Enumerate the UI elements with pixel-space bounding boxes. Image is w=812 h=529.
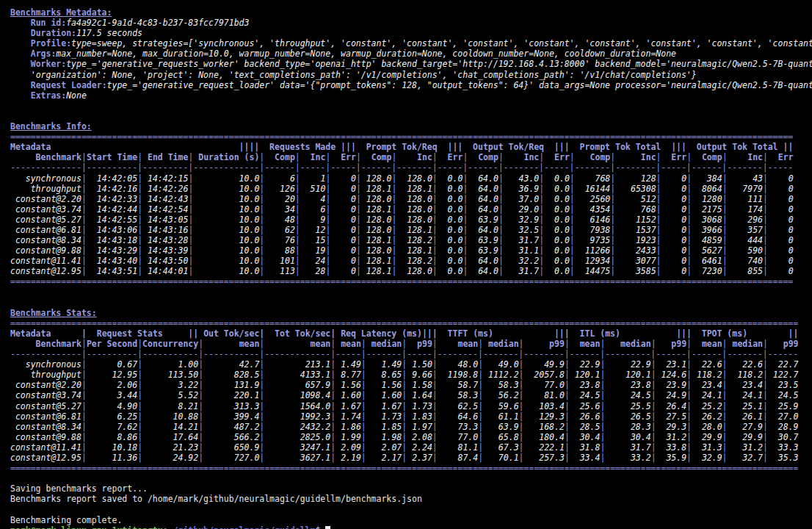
column-separator: |: [81, 215, 87, 225]
table-cell: 855: [728, 266, 763, 276]
table-cell: 11.36: [87, 453, 137, 463]
table-cell: 64.0: [468, 256, 499, 266]
table-cell: 31.3: [692, 442, 722, 453]
table-cell: 128.2: [396, 235, 432, 245]
table-cell: 122.7: [768, 370, 799, 380]
column-separator: |: [656, 173, 661, 184]
column-separator: |: [356, 245, 361, 256]
table-cell: 126: [264, 184, 295, 194]
table-cell: 0.0: [438, 215, 463, 225]
column-separator: |: [763, 390, 768, 400]
table-cell: 2.37: [407, 453, 432, 463]
table-cell: 0.0: [544, 194, 570, 204]
table-cell: constant@6.81: [10, 411, 81, 422]
metadata-line: Duration:117.5 seconds: [10, 28, 812, 38]
column-separator: |: [763, 256, 768, 266]
table-cell: constant@2.20: [10, 194, 81, 204]
table-cell: 0: [768, 225, 794, 235]
table-cell: 128.0: [396, 215, 432, 225]
table-cell: 65308: [615, 184, 656, 194]
column-separator: |: [432, 453, 438, 463]
table-cell: 1923: [615, 235, 656, 245]
table-cell: 0: [768, 235, 794, 245]
table-cell: 28.3: [605, 422, 650, 432]
table-cell: 22.7: [768, 359, 799, 370]
column-separator: |: [499, 173, 504, 184]
table-cell: 0.0: [438, 204, 463, 215]
table-row: synchronous| 14:42:05| 14:42:15| 10.0| 6…: [10, 173, 812, 184]
column-separator: |: [570, 152, 575, 162]
blank-line: [10, 111, 812, 121]
table-cell: 2.07: [366, 442, 402, 453]
column-separator: |: [763, 235, 768, 245]
column-separator: |: [722, 339, 728, 349]
column-separator: |: [722, 411, 728, 422]
table-cell: 4: [300, 194, 326, 204]
column-separator: |: [432, 225, 438, 235]
column-separator: |: [519, 442, 524, 453]
column-separator: |: [651, 390, 656, 400]
column-separator: |: [565, 339, 570, 349]
table-header-line: Benchmark|Start Time| End Time| Duration…: [10, 152, 812, 162]
column-separator: |: [499, 184, 504, 194]
table-cell: 65.8: [483, 432, 518, 442]
column-separator: |: [763, 184, 768, 194]
column-separator: |: [651, 432, 656, 442]
table-row: constant@5.27| 4.90| 8.21| 313.3| 1564.0…: [10, 401, 812, 411]
column-separator: |: [722, 390, 728, 400]
table-cell: synchronous: [10, 173, 81, 184]
table-cell: 14:42:05: [87, 173, 137, 184]
column-separator: |: [651, 339, 656, 349]
table-cell: 6461: [692, 256, 722, 266]
table-cell: 63.9: [468, 215, 499, 225]
table-cell: 17.64: [142, 432, 198, 442]
table-cell: 128.0: [361, 225, 392, 235]
header-separator: --------------|----------|-----------|--…: [10, 349, 798, 359]
column-separator: |: [432, 194, 438, 204]
blank-line: [10, 473, 812, 483]
table-cell: 24.92: [142, 453, 198, 463]
column-separator: |: [81, 256, 87, 266]
column-separator: |: [432, 256, 438, 266]
column-separator: |: [361, 380, 366, 390]
column-separator: |: [361, 359, 366, 370]
table-cell: 23.5: [768, 380, 799, 390]
table-cell: 62.5: [438, 401, 478, 411]
message-line: Saving benchmarks report...: [10, 483, 812, 494]
metadata-line: Request Loader:type_='generative_request…: [10, 80, 812, 90]
table-cell: 0.0: [438, 256, 463, 266]
table-cell: 124.6: [656, 370, 687, 380]
table-cell: 7.62: [87, 422, 137, 432]
indent: [10, 90, 31, 101]
table-cell: 9.66: [407, 370, 432, 380]
column-separator: |: [565, 442, 570, 453]
table-cell: 63.9: [468, 245, 499, 256]
column-separator: |: [432, 422, 438, 432]
column-header: Err: [330, 152, 356, 162]
column-separator: |: [722, 266, 728, 276]
column-separator: |: [763, 442, 768, 453]
column-separator: |: [763, 215, 768, 225]
column-group-label: |: [81, 328, 87, 339]
column-separator: |: [722, 194, 728, 204]
table-cell: 24: [300, 256, 326, 266]
column-group-label: ||: [788, 328, 798, 339]
table-cell: 0: [768, 194, 794, 204]
table-cell: 1.73: [407, 401, 432, 411]
table-cell: 487.2: [203, 422, 259, 432]
table-cell: 14:43:50: [142, 256, 188, 266]
column-separator: |: [722, 442, 728, 453]
column-separator: |: [81, 401, 87, 411]
table-cell: 6: [300, 204, 326, 215]
table-cell: 2.09: [336, 442, 361, 453]
column-header: mean: [336, 339, 361, 349]
column-separator: |: [81, 173, 87, 184]
column-separator: |: [565, 370, 570, 380]
column-separator: |: [81, 339, 87, 349]
column-separator: |: [656, 215, 661, 225]
table-cell: 1.74: [336, 411, 361, 422]
table-border-bottom: ========================================…: [10, 463, 798, 473]
prompt-user-host: mark@mark-linux-gpu-1xtitanrtx: [10, 525, 163, 529]
table-row: constant@9.88| 14:43:29| 14:43:39| 10.0|…: [10, 245, 812, 256]
table-cell: 49.9: [524, 359, 565, 370]
